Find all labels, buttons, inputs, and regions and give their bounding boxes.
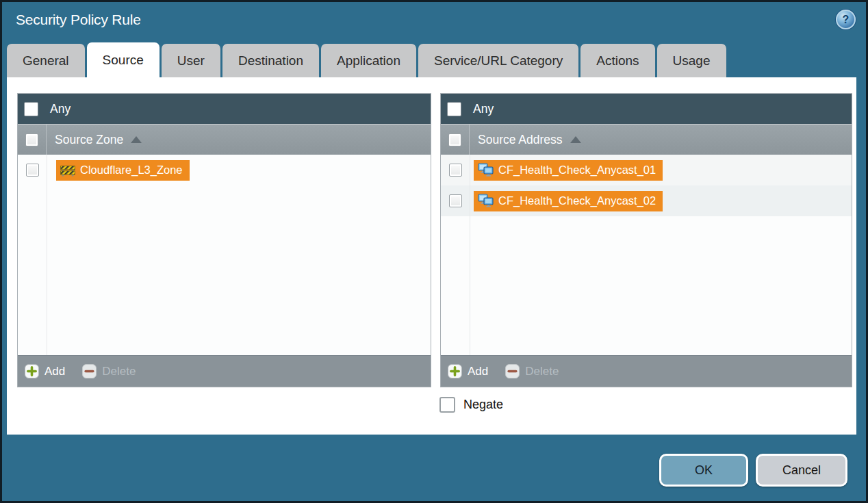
add-button-label: Add (468, 365, 488, 378)
question-mark-glyph: ? (843, 14, 850, 26)
source-address-row[interactable]: CF_Health_Check_Anycast_01 (441, 155, 852, 185)
delete-button-label: Delete (525, 365, 559, 378)
source-zone-column-title: Source Zone (55, 133, 123, 147)
tab-application[interactable]: Application (321, 44, 416, 77)
source-zone-delete-button[interactable]: Delete (82, 364, 136, 378)
tab-destination[interactable]: Destination (222, 44, 319, 77)
source-zone-column-header[interactable]: Source Zone (18, 124, 431, 155)
source-address-delete-button[interactable]: Delete (505, 364, 559, 378)
source-address-list: CF_Health_Check_Anycast_01 (441, 155, 852, 355)
tab-service-url-category[interactable]: Service/URL Category (418, 44, 578, 77)
source-address-any-bar: Any (441, 94, 852, 124)
source-zone-list: Cloudflare_L3_Zone (18, 155, 431, 355)
source-address-panel: Any Source Address (440, 93, 852, 387)
source-address-chip[interactable]: CF_Health_Check_Anycast_01 (474, 160, 663, 181)
negate-row: Negate (439, 397, 503, 413)
delete-minus-icon (505, 364, 520, 378)
tab-source[interactable]: Source (87, 42, 159, 77)
address-icon (478, 194, 494, 208)
source-address-column-title: Source Address (478, 133, 563, 147)
source-zone-footer: Add Delete (18, 355, 431, 387)
source-address-any-label: Any (473, 102, 494, 116)
delete-button-label: Delete (102, 365, 136, 378)
address-icon (478, 163, 494, 177)
cancel-button[interactable]: Cancel (756, 454, 847, 487)
negate-label: Negate (463, 398, 503, 412)
source-address-row[interactable]: CF_Health_Check_Anycast_02 (441, 185, 852, 216)
add-button-label: Add (44, 365, 65, 378)
security-policy-rule-dialog: Security Policy Rule ? General Source Us… (0, 0, 868, 503)
dialog-title: Security Policy Rule (16, 12, 141, 28)
source-address-column-header[interactable]: Source Address (441, 124, 852, 155)
sort-ascending-icon (131, 136, 142, 143)
add-plus-icon (448, 364, 462, 378)
tab-actions[interactable]: Actions (580, 44, 654, 77)
tab-usage[interactable]: Usage (657, 44, 726, 77)
source-address-row-checkbox[interactable] (449, 164, 462, 177)
source-address-any-checkbox[interactable] (447, 102, 461, 116)
source-zone-name: Cloudflare_L3_Zone (80, 164, 183, 177)
ok-button[interactable]: OK (659, 454, 748, 487)
source-address-row-checkbox[interactable] (449, 194, 462, 207)
source-zone-panel: Any Source Zone (17, 93, 431, 387)
source-zone-add-button[interactable]: Add (25, 364, 65, 378)
delete-minus-icon (82, 364, 97, 378)
titlebar: Security Policy Rule ? (2, 2, 866, 43)
source-address-name: CF_Health_Check_Anycast_01 (498, 164, 656, 177)
add-plus-icon (25, 364, 39, 378)
source-zone-any-bar: Any (18, 94, 431, 124)
source-address-add-button[interactable]: Add (448, 364, 488, 378)
tab-bar: General Source User Destination Applicat… (7, 44, 866, 77)
tab-general[interactable]: General (7, 44, 85, 77)
sort-ascending-icon (570, 136, 581, 143)
tab-user[interactable]: User (162, 44, 220, 77)
negate-checkbox[interactable] (439, 397, 455, 413)
source-zone-select-all-checkbox[interactable] (25, 133, 38, 146)
source-zone-chip[interactable]: Cloudflare_L3_Zone (56, 160, 190, 181)
source-address-chip[interactable]: CF_Health_Check_Anycast_02 (474, 191, 663, 211)
source-zone-any-label: Any (50, 102, 71, 116)
source-zone-row-checkbox[interactable] (26, 164, 39, 177)
source-zone-row[interactable]: Cloudflare_L3_Zone (18, 155, 431, 185)
source-zone-any-checkbox[interactable] (24, 102, 38, 116)
source-address-footer: Add Delete (441, 355, 852, 387)
source-address-select-all-checkbox[interactable] (448, 133, 461, 146)
zone-icon (60, 164, 75, 177)
source-tab-content: Any Source Zone (7, 77, 856, 435)
help-icon[interactable]: ? (836, 10, 856, 29)
source-address-name: CF_Health_Check_Anycast_02 (498, 194, 656, 207)
